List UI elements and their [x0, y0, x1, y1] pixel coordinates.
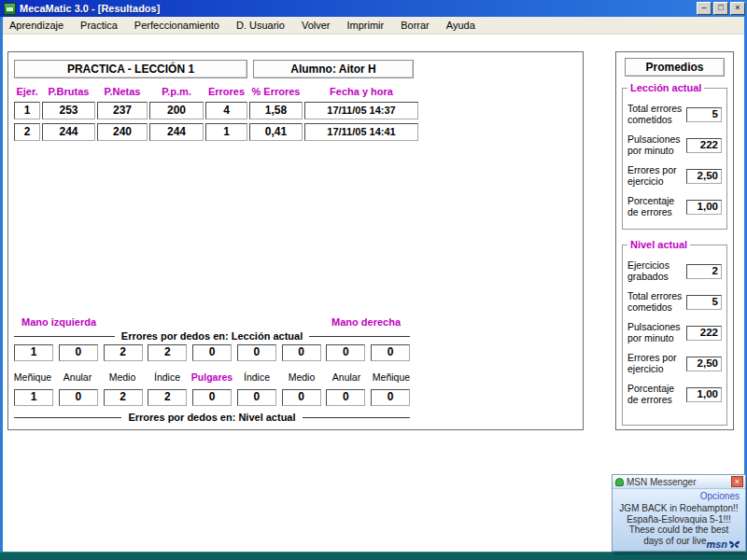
finger-label-pulgares: Pulgares [190, 371, 233, 383]
finger-label: Medio [280, 371, 323, 383]
table-cell: 17/11/05 14:41 [304, 123, 418, 141]
finger-error-value: 2 [104, 389, 143, 406]
table-cell: 1,58 [249, 102, 303, 119]
taskbar[interactable] [0, 552, 747, 560]
messenger-person-icon [615, 478, 624, 486]
menu-imprimir[interactable]: Imprimir [339, 18, 393, 34]
finger-error-value: 1 [14, 389, 53, 406]
msn-titlebar: MSN Messenger × [613, 475, 745, 489]
hands-labels: Mano izquierda Mano derecha [14, 316, 410, 328]
table-cell: 244 [149, 123, 204, 141]
finger-error-value: 2 [104, 344, 143, 361]
window-title: MecaMatic 3.0 - [Resultados] [20, 3, 695, 14]
column-header-errores: Errores [205, 86, 247, 97]
table-row: 1 253 237 200 4 1,58 17/11/05 14:37 [14, 102, 420, 119]
stat-label: Total errores cometidos [627, 104, 685, 125]
table-cell: 17/11/05 14:37 [304, 102, 418, 119]
session-title: PRACTICA - LECCIÓN 1 [14, 60, 247, 78]
finger-errors-level: 1 0 2 2 0 0 0 0 0 [14, 389, 410, 406]
stat-label: Total errores cometidos [627, 291, 685, 313]
promedios-panel: Promedios Lección actual Total errores c… [615, 51, 734, 430]
stat-row: Ejercicios grabados 2 [627, 260, 722, 282]
column-header-pct-errores: % Errores [249, 86, 303, 97]
finger-error-value: 2 [148, 344, 187, 361]
menu-borrar[interactable]: Borrar [392, 18, 438, 34]
stat-label: Porcentaje de errores [627, 196, 685, 217]
stat-value: 2,50 [686, 357, 722, 371]
menu-volver[interactable]: Volver [293, 18, 339, 34]
left-hand-label: Mano izquierda [21, 316, 96, 328]
maximize-button[interactable]: □ [713, 2, 728, 15]
minimize-button[interactable]: – [697, 2, 712, 15]
table-cell: 2 [14, 123, 40, 141]
finger-error-value: 1 [14, 344, 53, 361]
stat-label: Pulsaciones por minuto [627, 134, 685, 156]
finger-error-value: 0 [192, 344, 232, 361]
finger-error-value: 0 [371, 344, 410, 361]
finger-error-value: 0 [192, 389, 232, 406]
stat-value: 2 [686, 264, 722, 279]
menu-perfeccionamiento[interactable]: Perfeccionamiento [126, 18, 228, 34]
stat-label: Pulsaciones por minuto [627, 322, 685, 343]
group-leccion-actual: Lección actual Total errores cometidos 5… [622, 88, 727, 230]
table-cell: 4 [205, 102, 247, 119]
titlebar: MecaMatic 3.0 - [Resultados] – □ × [0, 0, 747, 17]
finger-label: Índice [235, 371, 278, 383]
finger-label: Meñique [11, 371, 54, 383]
finger-labels: Meñique Anular Medio Índice Pulgares Índ… [11, 371, 413, 383]
menu-aprendizaje[interactable]: Aprendizaje [1, 18, 72, 34]
msn-opciones-link[interactable]: Opciones [700, 491, 740, 501]
msn-messenger-popup: MSN Messenger × Opciones JGM BACK in Roe… [612, 474, 746, 552]
window-controls: – □ × [695, 2, 745, 15]
finger-error-value: 0 [282, 389, 321, 406]
stat-row: Total errores cometidos 5 [627, 291, 722, 313]
msn-logo-text: msn [706, 539, 727, 550]
msn-popup-title: MSN Messenger [627, 477, 731, 487]
stat-row: Porcentaje de errores 1,00 [627, 196, 722, 217]
table-cell: 1 [14, 102, 40, 119]
table-cell: 237 [97, 102, 148, 119]
stat-row: Pulsaciones por minuto 222 [627, 322, 722, 343]
stat-value: 1,00 [686, 387, 722, 402]
table-cell: 0,41 [249, 123, 303, 141]
student-name: Alumno: Aitor H [253, 60, 414, 78]
stat-value: 2,50 [686, 169, 722, 184]
app-icon [4, 3, 16, 15]
menu-practica[interactable]: Practica [72, 18, 126, 34]
close-button[interactable]: × [730, 2, 745, 15]
finger-error-value: 0 [59, 389, 98, 406]
table-cell: 244 [42, 123, 95, 141]
msn-close-button[interactable]: × [731, 476, 743, 487]
table-cell: 1 [205, 123, 247, 141]
finger-label: Anular [56, 371, 99, 383]
finger-label: Anular [325, 371, 368, 383]
menu-ayuda[interactable]: Ayuda [438, 18, 484, 34]
column-header-pbrutas: P.Brutas [42, 86, 95, 97]
msn-logo: msn [706, 539, 740, 550]
stat-label: Ejercicios grabados [627, 260, 685, 282]
finger-error-value: 2 [148, 389, 187, 406]
stat-value: 222 [686, 326, 722, 341]
results-table-header: Ejer. P.Brutas P.Netas P.p.m. Errores % … [14, 86, 420, 97]
finger-error-value: 0 [326, 344, 365, 361]
stat-row: Errores por ejercicio 2,50 [627, 353, 722, 374]
column-header-pnetas: P.Netas [97, 86, 148, 97]
column-header-fecha: Fecha y hora [304, 86, 418, 97]
divider-line [14, 336, 115, 337]
menu-d-usuario[interactable]: D. Usuario [228, 18, 293, 34]
stat-label: Errores por ejercicio [627, 353, 685, 374]
caption-text: Errores por dedos en: Lección actual [115, 330, 309, 342]
menu-bar: Aprendizaje Practica Perfeccionamiento D… [0, 17, 747, 35]
table-cell: 253 [42, 102, 95, 119]
group-title: Nivel actual [627, 239, 690, 250]
divider-line [303, 417, 410, 418]
window-border-left [0, 17, 3, 552]
stat-value: 5 [686, 107, 722, 122]
finger-errors-lesson: 1 0 2 2 0 0 0 0 0 [14, 344, 410, 361]
finger-label: Meñique [370, 371, 413, 383]
stat-value: 222 [686, 138, 722, 153]
stat-row: Porcentaje de errores 1,00 [627, 384, 722, 405]
stat-label: Errores por ejercicio [627, 165, 685, 187]
table-cell: 200 [149, 102, 204, 119]
finger-error-value: 0 [237, 389, 276, 406]
